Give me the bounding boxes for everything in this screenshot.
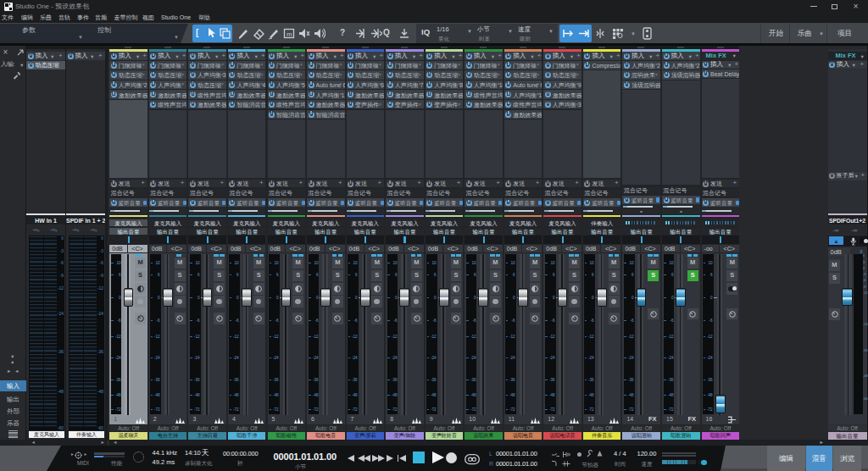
svg-text:m: m — [287, 30, 292, 38]
